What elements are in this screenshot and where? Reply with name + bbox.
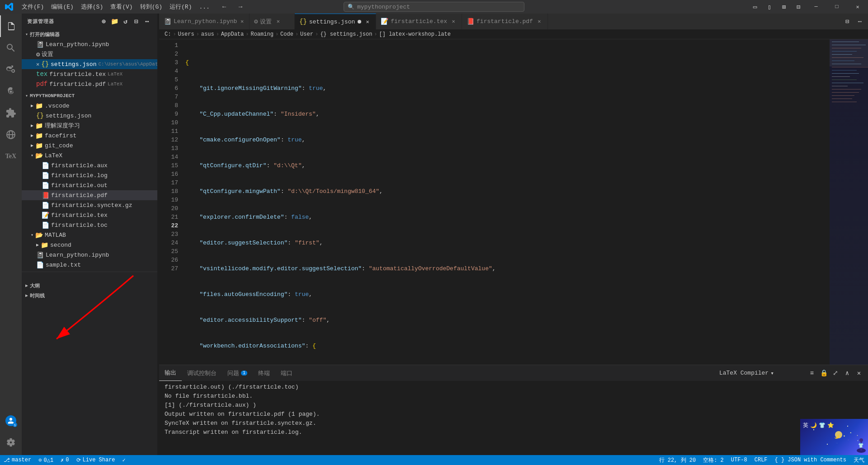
deeplearning-folder[interactable]: ▶ 📁 理解深度学习 <box>22 121 157 131</box>
tab-notebook[interactable]: 📓 Learn_python.ipynb ✕ <box>159 14 250 29</box>
collapse-all-button[interactable]: ⊟ <box>132 17 141 26</box>
nav-forward[interactable]: → <box>233 0 248 14</box>
activity-settings[interactable] <box>0 432 22 453</box>
tab-settings[interactable]: ⚙ 设置 ✕ <box>250 14 295 29</box>
open-editor-settings[interactable]: ⚙ 设置 <box>22 49 157 59</box>
nav-back[interactable]: ← <box>217 0 231 14</box>
panel-chevron-up-btn[interactable]: ∧ <box>842 368 853 379</box>
status-position[interactable]: 行 22, 列 20 <box>656 455 700 465</box>
customize-layout[interactable]: ⊟ <box>791 0 806 14</box>
layout-toggle[interactable]: ⊞ <box>777 0 791 14</box>
breadcrumb-latex[interactable]: [] latex-workshop.late <box>379 31 451 38</box>
compiler-selector-area[interactable]: LaTeX Compiler ▾ <box>716 365 778 381</box>
learn-python[interactable]: 📓 Learn_python.ipynb <box>22 250 157 260</box>
breadcrumb-c[interactable]: C: <box>165 31 171 38</box>
activity-explorer[interactable] <box>0 15 22 37</box>
breadcrumb-settings-json[interactable]: {} settings.json <box>320 31 372 38</box>
status-git-branch[interactable]: ⎇ master <box>0 455 35 465</box>
status-encoding[interactable]: UTF-8 <box>727 455 751 465</box>
code-content[interactable]: { "git.ignoreMissingGitWarning": true, "… <box>182 39 830 365</box>
tab-tex[interactable]: 📝 firstarticle.tex ✕ <box>376 14 462 29</box>
firstarticle-pdf[interactable]: 📕 firstarticle.pdf <box>22 190 157 200</box>
activity-extensions[interactable] <box>0 102 22 124</box>
maximize-button[interactable]: □ <box>826 0 847 14</box>
timeline-section[interactable]: ▶ 时间线 <box>22 291 157 301</box>
activity-search[interactable] <box>0 37 22 59</box>
breadcrumb-users[interactable]: Users <box>178 31 194 38</box>
firstarticle-toc[interactable]: 📄 firstarticle.toc <box>22 220 157 230</box>
menu-view[interactable]: 查看(V) <box>107 0 136 14</box>
activity-latex[interactable]: TeX <box>0 146 22 167</box>
menu-file[interactable]: 文件(F) <box>18 0 47 14</box>
vscode-folder[interactable]: ▶ 📁 .vscode <box>22 101 157 111</box>
second-folder[interactable]: ▶ 📁 second <box>22 240 157 250</box>
outline-section[interactable]: ▶ 大纲 <box>22 281 157 291</box>
status-errors[interactable]: ✗ 0 <box>57 455 72 465</box>
firstarticle-out[interactable]: 📄 firstarticle.out <box>22 180 157 190</box>
panel-lock-btn[interactable]: 🔒 <box>818 368 829 379</box>
firstarticle-aux[interactable]: 📄 firstarticle.aux <box>22 160 157 170</box>
latex-folder[interactable]: ▾ 📂 LaTeX <box>22 150 157 160</box>
more-actions-button[interactable]: ⋯ <box>143 17 152 26</box>
open-editor-firstarticle-tex[interactable]: tex firstarticle.tex LaTeX <box>22 69 157 79</box>
status-spaces[interactable]: 空格: 2 <box>699 455 727 465</box>
activity-remote[interactable] <box>0 124 22 146</box>
new-folder-button[interactable]: 📁 <box>110 17 119 26</box>
open-editors-section[interactable]: ▾ 打开的编辑器 <box>22 29 157 39</box>
breadcrumb-roaming[interactable]: Roaming <box>250 31 273 38</box>
firstarticle-log[interactable]: 📄 firstarticle.log <box>22 170 157 180</box>
status-sync[interactable]: ⊙ 0△1 <box>35 455 57 465</box>
activity-accounts[interactable]: 1 <box>0 410 22 432</box>
tab-notebook-close[interactable]: ✕ <box>240 18 245 25</box>
close-button[interactable]: ✕ <box>847 0 868 14</box>
tab-settings-close[interactable]: ✕ <box>274 18 282 25</box>
breadcrumb-user[interactable]: User <box>300 31 313 38</box>
new-file-button[interactable]: ⊕ <box>99 17 108 26</box>
open-editor-settings-json[interactable]: ✕ {} settings.json C:\Users\asus\AppData… <box>22 59 157 69</box>
panel-tab-output[interactable]: 输出 <box>159 365 182 381</box>
activity-run-debug[interactable] <box>0 80 22 102</box>
panel-close-btn[interactable]: ✕ <box>854 368 864 379</box>
status-language[interactable]: { } JSON with Comments <box>771 455 850 465</box>
sample-txt[interactable]: 📄 sample.txt <box>22 260 157 270</box>
open-editor-firstarticle-pdf[interactable]: pdf firstarticle.pdf LaTeX <box>22 79 157 89</box>
panel-tab-ports[interactable]: 端口 <box>275 365 298 381</box>
tab-settings-json-close[interactable]: ✕ <box>364 18 371 25</box>
firstarticle-tex[interactable]: 📝 firstarticle.tex <box>22 210 157 220</box>
split-editor-button[interactable]: ⊟ <box>841 15 854 28</box>
breadcrumb-appdata[interactable]: AppData <box>221 31 244 38</box>
menu-more[interactable]: ... <box>195 0 213 14</box>
more-tabs-button[interactable]: ⋯ <box>854 15 866 28</box>
refresh-button[interactable]: ↺ <box>121 17 130 26</box>
minimize-button[interactable]: ─ <box>806 0 826 14</box>
panel-toggle[interactable]: ▭ <box>748 0 762 14</box>
sidebar-toggle[interactable]: ▯ <box>762 0 777 14</box>
tab-tex-close[interactable]: ✕ <box>450 18 457 25</box>
menu-run[interactable]: 运行(R) <box>166 0 195 14</box>
firstarticle-synctex[interactable]: 📄 firstarticle.synctex.gz <box>22 200 157 210</box>
panel-maximize-btn[interactable]: ⤢ <box>830 368 841 379</box>
panel-list-btn[interactable]: ≡ <box>807 368 817 379</box>
menu-edit[interactable]: 编辑(E) <box>47 0 77 14</box>
status-checkmark[interactable]: ✓ <box>119 455 129 465</box>
status-weather[interactable]: 天气 <box>850 455 868 465</box>
panel-tab-debug[interactable]: 调试控制台 <box>182 365 222 381</box>
vscode-settings-json[interactable]: {} settings.json <box>22 111 157 121</box>
matlab-folder[interactable]: ▾ 📂 MATLAB <box>22 230 157 240</box>
activity-source-control[interactable] <box>0 59 22 80</box>
status-live-share[interactable]: ⟳ Live Share <box>73 455 119 465</box>
open-editor-notebook[interactable]: 📓 Learn_python.ipynb <box>22 39 157 49</box>
menu-selection[interactable]: 选择(S) <box>77 0 107 14</box>
status-eol[interactable]: CRLF <box>751 455 771 465</box>
global-search[interactable]: 🔍 mypythonproject <box>344 2 524 12</box>
gitcode-folder[interactable]: ▶ 📁 git_code <box>22 141 157 150</box>
panel-tab-problems[interactable]: 问题 1 <box>222 365 253 381</box>
breadcrumb-code[interactable]: Code <box>280 31 293 38</box>
project-section[interactable]: ▾ MYPYTHONPROJECT <box>22 91 157 101</box>
menu-goto[interactable]: 转到(G) <box>137 0 166 14</box>
panel-tab-terminal[interactable]: 终端 <box>253 365 275 381</box>
tab-pdf[interactable]: 📕 firstarticle.pdf ✕ <box>462 14 548 29</box>
facefirst-folder[interactable]: ▶ 📁 facefirst <box>22 131 157 141</box>
tab-settings-json[interactable]: {} settings.json ✕ <box>295 14 376 29</box>
breadcrumb-asus[interactable]: asus <box>201 31 214 38</box>
